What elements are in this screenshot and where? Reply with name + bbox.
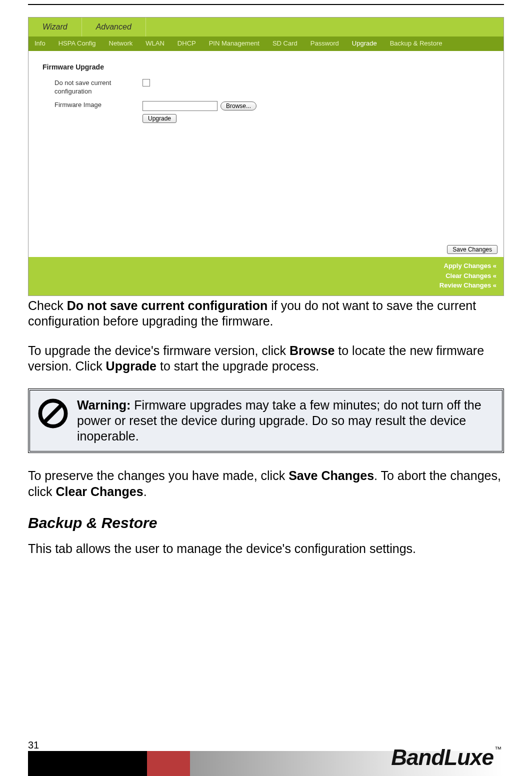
text-bold: Save Changes <box>288 468 374 482</box>
tab-wizard[interactable]: Wizard <box>28 18 82 36</box>
paragraph-1: Check Do not save current configuration … <box>28 298 504 330</box>
subtab-password[interactable]: Password <box>308 38 342 48</box>
footer-actions: Apply Changes « Clear Changes « Review C… <box>28 257 504 296</box>
browse-button[interactable]: Browse... <box>220 102 256 110</box>
subtab-network[interactable]: Network <box>106 38 136 48</box>
subtab-dhcp[interactable]: DHCP <box>174 38 199 48</box>
clear-changes-link[interactable]: Clear Changes « <box>28 271 496 281</box>
label-firmware-image: Firmware Image <box>42 101 142 110</box>
paragraph-3: To preserve the changes you have made, c… <box>28 468 504 500</box>
page-footer: 31 BandLuxe™ <box>0 740 532 776</box>
section-heading-backup-restore: Backup & Restore <box>28 514 504 532</box>
text-bold: Clear Changes <box>56 484 144 498</box>
brand-bar: BandLuxe™ <box>28 751 504 776</box>
upgrade-button[interactable]: Upgrade <box>142 114 176 123</box>
panel-body: Firmware Upgrade Do not save current con… <box>28 51 504 241</box>
tab-advanced[interactable]: Advanced <box>82 18 146 36</box>
apply-changes-link[interactable]: Apply Changes « <box>28 261 496 271</box>
paragraph-2: To upgrade the device's firmware version… <box>28 343 504 374</box>
subtab-wlan[interactable]: WLAN <box>142 38 168 48</box>
svg-line-1 <box>44 404 62 422</box>
brand-logo: BandLuxe™ <box>391 745 501 770</box>
row-firmware-image: Firmware Image Browse... Upgrade <box>42 101 490 123</box>
checkbox-do-not-save[interactable] <box>142 79 150 86</box>
brand-text: BandLuxe <box>391 745 494 770</box>
label-do-not-save: Do not save current configuration <box>42 79 142 96</box>
text-bold: Upgrade <box>106 359 156 373</box>
subtab-pin-management[interactable]: PIN Management <box>206 38 262 48</box>
text-bold: Do not save current configuration <box>67 298 268 312</box>
text: Check <box>28 298 67 312</box>
subtab-sd-card[interactable]: SD Card <box>270 38 300 48</box>
sub-tab-bar: Info HSPA Config Network WLAN DHCP PIN M… <box>28 36 504 51</box>
text-bold: Browse <box>290 344 334 358</box>
paragraph-4: This tab allows the user to manage the d… <box>28 541 504 556</box>
prohibit-icon <box>37 398 69 433</box>
article-body: Check Do not save current configuration … <box>28 298 504 557</box>
router-ui-screenshot: Wizard Advanced Info HSPA Config Network… <box>28 17 504 296</box>
main-tab-bar: Wizard Advanced <box>28 18 504 36</box>
text-bold: Warning: <box>77 398 130 412</box>
text: To preserve the changes you have made, c… <box>28 468 288 482</box>
warning-text: Warning: Firmware upgrades may take a fe… <box>77 398 493 444</box>
text: . <box>144 484 147 498</box>
file-input-firmware[interactable] <box>142 101 218 111</box>
text: to start the upgrade process. <box>156 359 319 373</box>
text: To upgrade the device's firmware version… <box>28 344 290 358</box>
row-do-not-save: Do not save current configuration <box>42 79 490 96</box>
top-rule <box>28 4 504 5</box>
section-title: Firmware Upgrade <box>42 63 490 71</box>
subtab-upgrade[interactable]: Upgrade <box>349 38 380 48</box>
subtab-backup-restore[interactable]: Backup & Restore <box>387 38 446 48</box>
save-changes-button[interactable]: Save Changes <box>447 245 498 254</box>
warning-box: Warning: Firmware upgrades may take a fe… <box>28 388 504 454</box>
text: Firmware upgrades may take a few minutes… <box>77 398 482 444</box>
subtab-info[interactable]: Info <box>32 38 48 48</box>
review-changes-link[interactable]: Review Changes « <box>28 280 496 290</box>
trademark-symbol: ™ <box>494 745 501 753</box>
save-row: Save Changes <box>28 241 504 257</box>
subtab-hspa-config[interactable]: HSPA Config <box>56 38 99 48</box>
